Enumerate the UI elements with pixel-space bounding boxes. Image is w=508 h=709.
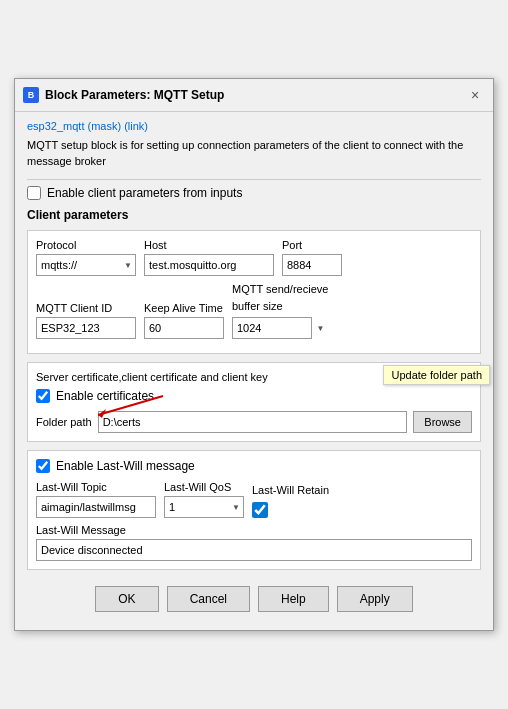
lastwill-message-label: Last-Will Message — [36, 524, 472, 536]
lastwill-qos-select-wrapper: 0 1 2 — [164, 496, 244, 518]
title-bar: B Block Parameters: MQTT Setup × — [15, 79, 493, 112]
buffer-size-label-line2: buffer size — [232, 299, 328, 313]
lastwill-qos-group: Last-Will QoS 0 1 2 — [164, 481, 244, 518]
ok-button[interactable]: OK — [95, 586, 158, 612]
protocol-label: Protocol — [36, 239, 136, 251]
close-button[interactable]: × — [465, 85, 485, 105]
protocol-group: Protocol mqtts:// mqtt:// — [36, 239, 136, 276]
buffer-size-select[interactable]: 1024 512 2048 — [232, 317, 312, 339]
window-title: Block Parameters: MQTT Setup — [45, 88, 224, 102]
dialog-content: esp32_mqtt (mask) (link) MQTT setup bloc… — [15, 112, 493, 629]
lastwill-topic-input[interactable] — [36, 496, 156, 518]
lastwill-qos-select[interactable]: 0 1 2 — [164, 496, 244, 518]
clientid-keepalive-buffer-row: MQTT Client ID Keep Alive Time MQTT send… — [36, 282, 472, 339]
lastwill-retain-checkbox[interactable] — [252, 502, 268, 518]
enable-lastwill-checkbox[interactable] — [36, 459, 50, 473]
client-params-label: Client parameters — [27, 208, 481, 222]
lastwill-retain-label: Last-Will Retain — [252, 484, 329, 496]
cancel-button[interactable]: Cancel — [167, 586, 250, 612]
dialog-window: B Block Parameters: MQTT Setup × esp32_m… — [14, 78, 494, 630]
divider-1 — [27, 179, 481, 180]
enable-lastwill-row: Enable Last-Will message — [36, 459, 472, 473]
description-text: MQTT setup block is for setting up conne… — [27, 138, 481, 169]
enable-client-params-row: Enable client parameters from inputs — [27, 186, 481, 200]
port-label: Port — [282, 239, 342, 251]
keep-alive-group: Keep Alive Time — [144, 302, 224, 339]
lastwill-topic-label: Last-Will Topic — [36, 481, 156, 493]
enable-client-params-checkbox[interactable] — [27, 186, 41, 200]
host-input[interactable] — [144, 254, 274, 276]
enable-certs-checkbox[interactable] — [36, 389, 50, 403]
lastwill-fields-row: Last-Will Topic Last-Will QoS 0 1 2 Last… — [36, 481, 472, 518]
window-icon: B — [23, 87, 39, 103]
client-id-label: MQTT Client ID — [36, 302, 136, 314]
title-bar-left: B Block Parameters: MQTT Setup — [23, 87, 224, 103]
svg-line-0 — [98, 396, 163, 415]
button-row: OK Cancel Help Apply — [27, 578, 481, 622]
protocol-select[interactable]: mqtts:// mqtt:// — [36, 254, 136, 276]
keep-alive-input[interactable] — [144, 317, 224, 339]
lastwill-qos-label: Last-Will QoS — [164, 481, 244, 493]
host-group: Host — [144, 239, 274, 276]
client-id-group: MQTT Client ID — [36, 302, 136, 339]
buffer-size-label-line1: MQTT send/recieve — [232, 282, 328, 296]
protocol-select-wrapper: mqtts:// mqtt:// — [36, 254, 136, 276]
folder-path-row: Folder path Browse — [36, 411, 472, 433]
enable-client-params-label: Enable client parameters from inputs — [47, 186, 242, 200]
protocol-host-port-row: Protocol mqtts:// mqtt:// Host Port — [36, 239, 472, 276]
buffer-size-group: MQTT send/recieve buffer size 1024 512 2… — [232, 282, 328, 339]
help-button[interactable]: Help — [258, 586, 329, 612]
apply-button[interactable]: Apply — [337, 586, 413, 612]
keep-alive-label: Keep Alive Time — [144, 302, 224, 314]
client-params-box: Protocol mqtts:// mqtt:// Host Port — [27, 230, 481, 354]
update-folder-tooltip: Update folder path — [383, 365, 490, 385]
cert-section: Server certificate,client certificate an… — [27, 362, 481, 442]
lastwill-retain-group: Last-Will Retain — [252, 484, 329, 518]
lastwill-message-input[interactable] — [36, 539, 472, 561]
client-id-input[interactable] — [36, 317, 136, 339]
lastwill-message-group: Last-Will Message — [36, 524, 472, 561]
lastwill-section: Enable Last-Will message Last-Will Topic… — [27, 450, 481, 570]
red-arrow-icon — [78, 393, 168, 423]
port-group: Port — [282, 239, 342, 276]
host-label: Host — [144, 239, 274, 251]
mask-link[interactable]: esp32_mqtt (mask) (link) — [27, 120, 481, 132]
lastwill-topic-group: Last-Will Topic — [36, 481, 156, 518]
port-input[interactable] — [282, 254, 342, 276]
enable-lastwill-label: Enable Last-Will message — [56, 459, 195, 473]
browse-button[interactable]: Browse — [413, 411, 472, 433]
buffer-size-select-wrapper: 1024 512 2048 — [232, 317, 328, 339]
